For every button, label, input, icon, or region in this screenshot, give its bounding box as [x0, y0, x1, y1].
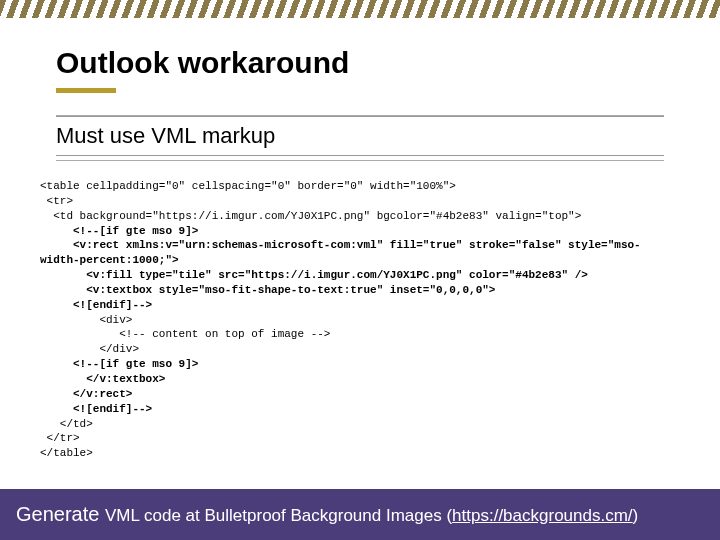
code-line: <v:textbox style="mso-fit-shape-to-text:…	[40, 284, 495, 296]
top-stripe	[0, 0, 720, 18]
footer-text: VML code at Bulletproof Background Image…	[105, 506, 452, 525]
footer-lead: Generate	[16, 503, 105, 525]
footer-bar: Generate VML code at Bulletproof Backgro…	[0, 489, 720, 540]
code-line: </table>	[40, 447, 93, 459]
code-line: width-percent:1000;">	[40, 254, 179, 266]
code-line: <!-- content on top of image -->	[40, 328, 330, 340]
code-line: <td background="https://i.imgur.com/YJ0X…	[40, 210, 581, 222]
slide-content: Outlook workaround Must use VML markup <…	[0, 18, 720, 461]
code-block: <table cellpadding="0" cellspacing="0" b…	[40, 179, 664, 461]
code-line: <table cellpadding="0" cellspacing="0" b…	[40, 180, 456, 192]
code-line: <div>	[40, 314, 132, 326]
title-underline	[56, 88, 116, 93]
code-line: <v:fill type="tile" src="https://i.imgur…	[40, 269, 588, 281]
subtitle-box: Must use VML markup	[56, 115, 664, 161]
code-line: <![endif]-->	[40, 403, 152, 415]
code-line: <!--[if gte mso 9]>	[40, 358, 198, 370]
page-title: Outlook workaround	[56, 46, 664, 80]
code-line: <tr>	[40, 195, 73, 207]
code-line: </div>	[40, 343, 139, 355]
footer-close: )	[633, 506, 639, 525]
code-line: <v:rect xmlns:v="urn:schemas-microsoft-c…	[40, 239, 641, 251]
code-line: </tr>	[40, 432, 80, 444]
code-line: <![endif]-->	[40, 299, 152, 311]
subtitle: Must use VML markup	[56, 116, 664, 156]
footer-link[interactable]: https://backgrounds.cm/	[452, 506, 632, 525]
code-line: </v:rect>	[40, 388, 132, 400]
code-line: <!--[if gte mso 9]>	[40, 225, 198, 237]
code-line: </td>	[40, 418, 93, 430]
code-line: </v:textbox>	[40, 373, 165, 385]
